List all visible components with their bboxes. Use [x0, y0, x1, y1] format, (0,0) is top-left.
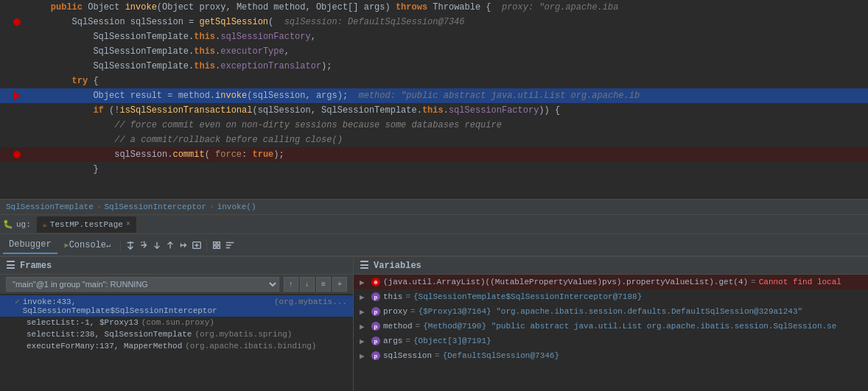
tab-close-button[interactable]: × — [126, 220, 130, 228]
var-p-icon: p — [371, 307, 380, 316]
thread-selector[interactable]: "main"@1 in group "main": RUNNING — [6, 277, 279, 292]
svg-rect-1 — [214, 242, 217, 244]
breadcrumb: SqlSessionTemplate › SqlSessionIntercept… — [0, 199, 868, 215]
breadcrumb-item[interactable]: SqlSessionTemplate — [6, 202, 94, 211]
svg-rect-3 — [214, 245, 217, 248]
var-value: {Method@7190} "public abstract java.util… — [423, 322, 836, 331]
toolbar-divider-2 — [206, 239, 207, 252]
code-line: public Object invoke(Object proxy, Metho… — [0, 0, 868, 15]
variable-item-this[interactable]: ▶ p this = {SqlSessionTemplate$SqlSessio… — [354, 289, 868, 304]
variable-item-error[interactable]: ▶ ⊕ (java.util.ArrayList)((MutableProper… — [354, 275, 868, 289]
frames-icon: ☰ — [6, 259, 15, 272]
step-out-icon[interactable] — [164, 239, 176, 251]
code-line: // force commit even on non-dirty sessio… — [0, 118, 868, 133]
var-equals: = — [751, 278, 756, 286]
var-p-icon: p — [371, 292, 380, 301]
var-p-icon: p — [371, 351, 380, 360]
restore-layout-icon[interactable] — [224, 239, 236, 251]
run-to-cursor-icon[interactable] — [178, 239, 189, 251]
var-expand-icon[interactable]: ▶ — [360, 337, 368, 346]
code-content: // force commit even on non-dirty sessio… — [24, 120, 868, 130]
debug-label: 🐛 ug: — [3, 219, 31, 229]
code-content: SqlSessionTemplate.this.exceptionTransla… — [24, 61, 868, 71]
line-gutter — [1, 18, 24, 26]
frame-name: executeForMany:137, MapperMethod — [27, 342, 182, 351]
evaluate-icon[interactable] — [191, 239, 203, 251]
var-value: {Object[3]@7191} — [413, 337, 491, 345]
code-line: if (!isSqlSessionTransactional(sqlSessio… — [0, 103, 868, 118]
variable-item-args[interactable]: ▶ p args = {Object[3]@7191} — [354, 334, 868, 348]
console-arrow-icon: ↵ — [106, 241, 111, 250]
frame-up-button[interactable]: ↑ — [284, 277, 298, 292]
variable-item-proxy[interactable]: ▶ p proxy = {$Proxy13@7164} "org.apache.… — [354, 304, 868, 319]
frames-panel-header: ☰ Frames — [0, 257, 353, 275]
svg-rect-4 — [217, 245, 220, 248]
frame-class: (org.apache.ibatis.binding) — [185, 342, 316, 351]
var-expand-icon[interactable]: ▶ — [360, 292, 368, 302]
code-content: sqlSession.commit( force: true); — [24, 149, 868, 160]
var-expand-icon[interactable]: ▶ — [360, 322, 368, 331]
code-content: if (!isSqlSessionTransactional(sqlSessio… — [24, 105, 868, 116]
tab-debugger[interactable]: Debugger — [3, 236, 57, 254]
bottom-panels: ☰ Frames "main"@1 in group "main": RUNNI… — [0, 256, 868, 391]
frame-name: invoke:433, SqlSessionTemplate$SqlSessio… — [23, 297, 271, 315]
settings-icon[interactable] — [211, 239, 223, 251]
frame-item[interactable]: ✓ invoke:433, SqlSessionTemplate$SqlSess… — [0, 295, 353, 317]
breadcrumb-item[interactable]: invoke() — [217, 202, 256, 211]
frame-item[interactable]: selectList:-1, $Proxy13 (com.sun.proxy) — [0, 317, 353, 328]
var-equals: = — [435, 351, 440, 360]
frames-title: Frames — [20, 261, 52, 271]
var-name: (java.util.ArrayList)((MutablePropertyVa… — [383, 278, 748, 286]
code-content: SqlSession sqlSession = getSqlSession( s… — [24, 17, 868, 27]
var-expand-icon[interactable]: ▶ — [360, 307, 368, 317]
var-equals: = — [405, 292, 410, 301]
var-name: sqlSession — [383, 351, 432, 360]
var-name: args — [383, 337, 402, 345]
frame-item[interactable]: executeForMany:137, MapperMethod (org.ap… — [0, 340, 353, 352]
variables-panel-header: ☰ Variables — [354, 257, 868, 275]
var-equals: = — [416, 322, 421, 331]
variable-item-method[interactable]: ▶ p method = {Method@7190} "public abstr… — [354, 319, 868, 334]
tab-label: TestMP.testPage — [50, 220, 123, 229]
frame-filter-button[interactable]: ≡ — [316, 277, 331, 292]
breakpoint-icon — [13, 18, 21, 26]
frame-name: selectList:238, SqlSessionTemplate — [27, 330, 192, 339]
breadcrumb-separator: › — [209, 202, 214, 211]
variables-panel: ☰ Variables ▶ ⊕ (java.util.ArrayList)((M… — [354, 257, 868, 391]
frames-panel: ☰ Frames "main"@1 in group "main": RUNNI… — [0, 257, 354, 391]
tab-console[interactable]: ▶ Console ↵ — [59, 236, 116, 254]
code-line: SqlSessionTemplate.this.executorType, — [0, 44, 868, 59]
var-equals: = — [405, 337, 410, 345]
var-name: method — [383, 322, 413, 331]
toolbar-divider — [120, 239, 121, 252]
line-gutter-active — [1, 91, 24, 100]
breadcrumb-separator: › — [97, 202, 102, 211]
frame-class: (org.mybatis... — [274, 297, 347, 306]
bug-icon: 🐛 — [3, 219, 13, 229]
code-content: // a commit/rollback before calling clos… — [24, 135, 868, 145]
code-content: try { — [24, 76, 868, 86]
frame-down-button[interactable]: ↓ — [300, 277, 315, 292]
code-content: Object result = method.invoke(sqlSession… — [24, 91, 868, 101]
rerun-icon[interactable] — [125, 239, 136, 251]
code-editor: public Object invoke(Object proxy, Metho… — [0, 0, 868, 199]
var-equals: = — [410, 307, 416, 316]
frame-add-button[interactable]: + — [332, 277, 347, 292]
variables-list: ▶ ⊕ (java.util.ArrayList)((MutableProper… — [354, 275, 868, 391]
var-value: {DefaultSqlSession@7346} — [443, 351, 559, 360]
toolbar: Debugger ▶ Console ↵ — [0, 234, 868, 256]
var-expand-icon[interactable]: ▶ — [360, 278, 368, 287]
variables-title: Variables — [374, 261, 421, 271]
java-icon: ☕ — [43, 220, 47, 229]
frame-check-icon: ✓ — [15, 297, 20, 306]
step-into-icon[interactable] — [151, 239, 163, 251]
step-over-icon[interactable] — [138, 239, 150, 251]
var-expand-icon[interactable]: ▶ — [360, 351, 368, 361]
tab-testmp[interactable]: ☕ TestMP.testPage × — [37, 216, 136, 233]
var-p-icon: p — [371, 337, 380, 345]
variable-item-sqlsession[interactable]: ▶ p sqlSession = {DefaultSqlSession@7346… — [354, 348, 868, 363]
frame-controls: ↑ ↓ ≡ + — [284, 277, 347, 292]
frame-item[interactable]: selectList:238, SqlSessionTemplate (org.… — [0, 328, 353, 340]
line-gutter-error — [1, 151, 24, 158]
breadcrumb-item[interactable]: SqlSessionInterceptor — [104, 202, 206, 211]
